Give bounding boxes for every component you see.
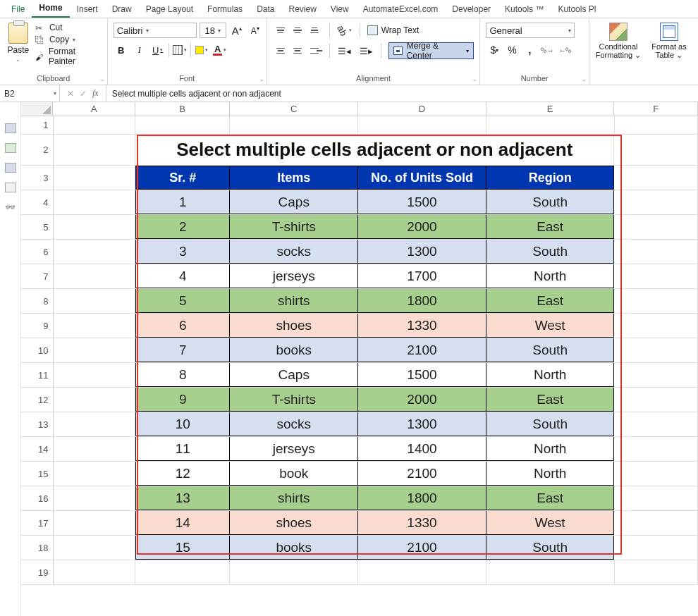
cell[interactable]: West — [486, 511, 615, 535]
cell[interactable]: socks — [230, 412, 358, 436]
formula-input[interactable]: Select multiple cells adjacent or non ad… — [106, 85, 698, 101]
binoculars-icon[interactable]: 👓 — [5, 202, 16, 212]
cell[interactable] — [54, 116, 136, 134]
row-header[interactable]: 7 — [21, 264, 54, 288]
cell[interactable]: South — [486, 338, 615, 362]
pane-icon[interactable] — [5, 183, 16, 192]
comma-button[interactable]: , — [521, 42, 538, 58]
cell[interactable]: 2100 — [358, 338, 486, 362]
italic-button[interactable]: I — [132, 42, 147, 58]
cell[interactable] — [614, 388, 698, 412]
cell[interactable] — [54, 314, 136, 338]
cell[interactable]: South — [486, 536, 615, 560]
cell[interactable]: 2100 — [358, 536, 486, 560]
cell[interactable]: 5 — [135, 289, 230, 313]
col-header-B[interactable]: B — [135, 102, 230, 116]
cell[interactable] — [54, 289, 136, 313]
cell[interactable] — [54, 462, 136, 486]
col-header-A[interactable]: A — [53, 102, 135, 116]
cell[interactable]: shirts — [230, 289, 358, 313]
enter-formula-icon[interactable]: ✓ — [80, 89, 87, 99]
cell[interactable]: jerseys — [230, 264, 358, 288]
cell[interactable] — [614, 536, 698, 560]
cell[interactable] — [54, 560, 136, 584]
col-header-F[interactable]: F — [614, 102, 698, 116]
cell[interactable] — [614, 338, 698, 362]
row-header[interactable]: 1 — [21, 116, 54, 134]
percent-button[interactable]: % — [503, 42, 520, 58]
tab-developer[interactable]: Developer — [445, 1, 498, 18]
cell[interactable]: books — [230, 536, 358, 560]
cell[interactable] — [614, 264, 698, 288]
cell[interactable] — [615, 560, 698, 584]
cell[interactable] — [614, 486, 698, 510]
paste-button[interactable]: Paste ⌄ — [6, 23, 31, 63]
tab-automateexcel[interactable]: AutomateExcel.com — [356, 1, 446, 18]
font-name-select[interactable]: Calibri ▾ — [114, 23, 197, 38]
tab-page-layout[interactable]: Page Layout — [139, 1, 200, 18]
cell[interactable]: South — [486, 190, 615, 214]
cell[interactable]: 3 — [135, 240, 230, 264]
decrease-decimal-button[interactable]: ←⁰₀ — [556, 42, 573, 58]
cell[interactable] — [614, 437, 698, 461]
cell[interactable]: book — [230, 462, 358, 486]
cell[interactable]: books — [230, 338, 358, 362]
cell[interactable]: 2000 — [358, 215, 486, 239]
row-header[interactable]: 8 — [21, 289, 54, 313]
row-header[interactable]: 6 — [21, 240, 54, 264]
row-header[interactable]: 13 — [21, 412, 54, 436]
cell[interactable] — [54, 511, 136, 535]
cell[interactable] — [54, 338, 136, 362]
cell[interactable]: 1500 — [358, 363, 486, 387]
fx-icon[interactable]: fx — [92, 88, 99, 99]
col-header-D[interactable]: D — [358, 102, 486, 116]
pane-icon[interactable] — [5, 143, 16, 153]
increase-indent-button[interactable]: ☰▸ — [359, 43, 374, 58]
cell[interactable]: East — [486, 215, 615, 239]
row-header[interactable]: 3 — [21, 166, 54, 190]
cell[interactable]: 1500 — [358, 190, 486, 214]
cell[interactable]: shoes — [230, 511, 358, 535]
cell[interactable]: South — [486, 412, 615, 436]
align-left-button[interactable] — [273, 43, 288, 58]
cell[interactable] — [54, 412, 136, 436]
row-header[interactable]: 4 — [21, 190, 54, 214]
copy-button[interactable]: Copy ▾ — [35, 35, 102, 44]
cell[interactable] — [135, 560, 230, 584]
cell[interactable]: Sr. # — [135, 166, 230, 190]
cell[interactable]: shoes — [230, 314, 358, 338]
tab-review[interactable]: Review — [281, 1, 323, 18]
cell[interactable] — [615, 116, 698, 134]
row-header[interactable]: 9 — [21, 314, 54, 338]
row-header[interactable]: 15 — [21, 462, 54, 486]
conditional-formatting-button[interactable]: ConditionalFormatting ⌄ — [595, 23, 642, 59]
orientation-button[interactable]: ab — [337, 23, 353, 38]
fill-color-button[interactable] — [194, 42, 209, 58]
format-as-table-button[interactable]: Format asTable ⌄ — [646, 23, 692, 59]
cell[interactable]: 1300 — [358, 240, 486, 264]
cell[interactable]: 9 — [135, 388, 230, 412]
cell[interactable]: North — [486, 264, 615, 288]
cell[interactable] — [614, 314, 698, 338]
cell[interactable]: 2000 — [358, 388, 486, 412]
cell[interactable]: East — [486, 289, 615, 313]
cell[interactable] — [614, 289, 698, 313]
cell[interactable] — [614, 215, 698, 239]
cell[interactable] — [614, 240, 698, 264]
align-center-button[interactable] — [290, 43, 305, 58]
font-size-select[interactable]: 18 ▾ — [200, 23, 226, 38]
cell[interactable]: 8 — [135, 363, 230, 387]
cell[interactable] — [54, 264, 136, 288]
cell[interactable]: 1800 — [358, 486, 486, 510]
align-top-button[interactable] — [273, 23, 288, 38]
cell[interactable]: East — [486, 388, 615, 412]
row-header[interactable]: 18 — [21, 536, 54, 560]
row-header[interactable]: 19 — [21, 560, 54, 584]
cell[interactable] — [54, 388, 136, 412]
cell[interactable]: Items — [230, 166, 358, 190]
cell[interactable]: 2100 — [358, 462, 486, 486]
tab-data[interactable]: Data — [250, 1, 281, 18]
name-box[interactable]: B2 ▾ — [0, 85, 60, 101]
format-painter-button[interactable]: Format Painter — [35, 47, 102, 66]
cell[interactable] — [135, 116, 230, 134]
